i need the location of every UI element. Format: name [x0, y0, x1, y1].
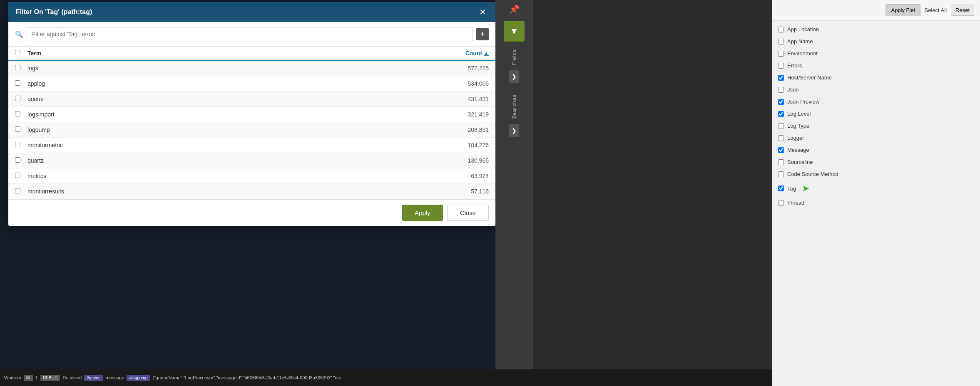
field-checkbox-10[interactable] [778, 147, 784, 153]
field-checkbox-12[interactable] [778, 171, 784, 177]
search-icon: 🔍 [15, 30, 23, 38]
expand-searches-arrow[interactable]: ❯ [509, 124, 519, 137]
row-count-8: 57,116 [426, 188, 489, 195]
table-row: quartz 130,965 [8, 153, 495, 168]
row-count-0: 572,225 [426, 65, 489, 72]
left-sidebar: 📌 ▼ Fields ❯ Searches ❯ [495, 0, 533, 386]
select-all-checkbox-header[interactable] [15, 50, 27, 57]
row-checkbox-input-8[interactable] [15, 188, 20, 193]
filter-search-input[interactable] [27, 27, 473, 41]
row-checkbox-8[interactable] [15, 188, 27, 195]
row-term-1: applog [27, 80, 426, 87]
field-label-1: App Name [787, 38, 813, 45]
field-label-2: Environment [787, 50, 818, 57]
field-item[interactable]: Log Type [772, 120, 980, 132]
filter-icon-button[interactable]: ▼ [504, 21, 525, 42]
table-row: monitormetric 184,276 [8, 138, 495, 153]
field-item[interactable]: Logger [772, 132, 980, 144]
row-term-5: monitormetric [27, 142, 426, 148]
table-header: Term Count ▲ [8, 47, 495, 61]
table-row: logs 572,225 [8, 61, 495, 76]
field-label-13: Tag [787, 186, 796, 192]
filter-modal: Filter On 'Tag' (path:tag) ✕ 🔍 + Term Co… [8, 2, 495, 226]
searches-label: Searches [511, 94, 517, 119]
field-label-10: Message [787, 147, 809, 153]
field-item[interactable]: Errors [772, 59, 980, 72]
field-checkbox-9[interactable] [778, 135, 784, 141]
field-checkbox-11[interactable] [778, 159, 784, 165]
row-term-6: quartz [27, 157, 426, 164]
field-item[interactable]: Sourceline [772, 156, 980, 168]
header-checkbox[interactable] [15, 50, 20, 55]
pin-icon[interactable]: 📌 [509, 4, 520, 14]
sort-arrow-icon: ▲ [484, 50, 489, 56]
field-checkbox-3[interactable] [778, 63, 784, 69]
log-in-badge: IN [24, 375, 33, 381]
field-item[interactable]: Thread [772, 197, 980, 209]
field-checkbox-6[interactable] [778, 99, 784, 105]
row-checkbox-7[interactable] [15, 173, 27, 179]
row-checkbox-input-6[interactable] [15, 157, 20, 163]
log-received-text: Received [62, 375, 82, 380]
expand-right-arrow[interactable]: ❯ [509, 70, 519, 83]
row-checkbox-input-0[interactable] [15, 65, 20, 70]
row-checkbox-input-4[interactable] [15, 126, 20, 132]
field-checkbox-0[interactable] [778, 27, 784, 32]
select-all-link[interactable]: Select All [925, 7, 947, 13]
fields-list: App Location App Name Environment Errors… [772, 21, 980, 386]
row-checkbox-input-7[interactable] [15, 173, 20, 178]
apply-fields-button[interactable]: Apply Fiel [885, 4, 920, 16]
field-item[interactable]: Tag ➤ [772, 180, 980, 197]
row-checkbox-3[interactable] [15, 111, 27, 118]
row-checkbox-input-1[interactable] [15, 80, 20, 86]
field-item[interactable]: Log Level [772, 108, 980, 120]
field-checkbox-8[interactable] [778, 123, 784, 129]
row-checkbox-0[interactable] [15, 65, 27, 72]
field-checkbox-2[interactable] [778, 51, 784, 57]
field-label-8: Log Type [787, 123, 809, 129]
field-item[interactable]: Json [772, 84, 980, 96]
row-checkbox-input-2[interactable] [15, 96, 20, 101]
log-logpump-badge: #logpump [127, 375, 150, 381]
row-checkbox-1[interactable] [15, 80, 27, 87]
field-label-14: Thread [787, 200, 804, 206]
row-term-7: metrics [27, 173, 426, 179]
row-checkbox-input-5[interactable] [15, 142, 20, 147]
row-checkbox-input-3[interactable] [15, 111, 20, 116]
log-message-text: message [106, 375, 124, 380]
field-item[interactable]: Json Preview [772, 96, 980, 108]
field-checkbox-14[interactable] [778, 200, 784, 206]
row-checkbox-4[interactable] [15, 126, 27, 133]
table-row: logsimport 321,419 [8, 107, 495, 122]
field-checkbox-13[interactable] [778, 186, 784, 191]
field-item[interactable]: Host/Server Name [772, 72, 980, 84]
row-checkbox-6[interactable] [15, 157, 27, 164]
field-checkbox-1[interactable] [778, 39, 784, 45]
row-count-3: 321,419 [426, 111, 489, 118]
log-bar: Workers IN 1 DEBUG Received #queue messa… [0, 369, 772, 386]
field-item[interactable]: Message [772, 144, 980, 156]
field-checkbox-4[interactable] [778, 75, 784, 81]
modal-header: Filter On 'Tag' (path:tag) ✕ [8, 2, 495, 22]
field-item[interactable]: Code Source Method [772, 168, 980, 180]
count-column-header[interactable]: Count ▲ [426, 50, 489, 57]
row-checkbox-5[interactable] [15, 142, 27, 148]
row-term-8: montiorresults [27, 188, 426, 195]
field-checkbox-7[interactable] [778, 111, 784, 117]
field-item[interactable]: App Location [772, 23, 980, 35]
table-row: applog 534,005 [8, 76, 495, 92]
modal-close-button[interactable]: ✕ [478, 8, 488, 16]
table-row: metrics 63,924 [8, 168, 495, 184]
apply-button[interactable]: Apply [402, 205, 443, 221]
field-label-9: Logger [787, 135, 804, 141]
row-checkbox-2[interactable] [15, 96, 27, 102]
reset-button[interactable]: Reset [951, 5, 974, 16]
field-item[interactable]: App Name [772, 35, 980, 47]
field-item[interactable]: Environment [772, 47, 980, 59]
field-checkbox-5[interactable] [778, 87, 784, 93]
close-button[interactable]: Close [447, 205, 489, 221]
table-row: montiorresults 57,116 [8, 184, 495, 199]
row-count-4: 208,851 [426, 126, 489, 133]
modal-footer: Apply Close [8, 199, 495, 226]
add-filter-button[interactable]: + [476, 28, 489, 40]
